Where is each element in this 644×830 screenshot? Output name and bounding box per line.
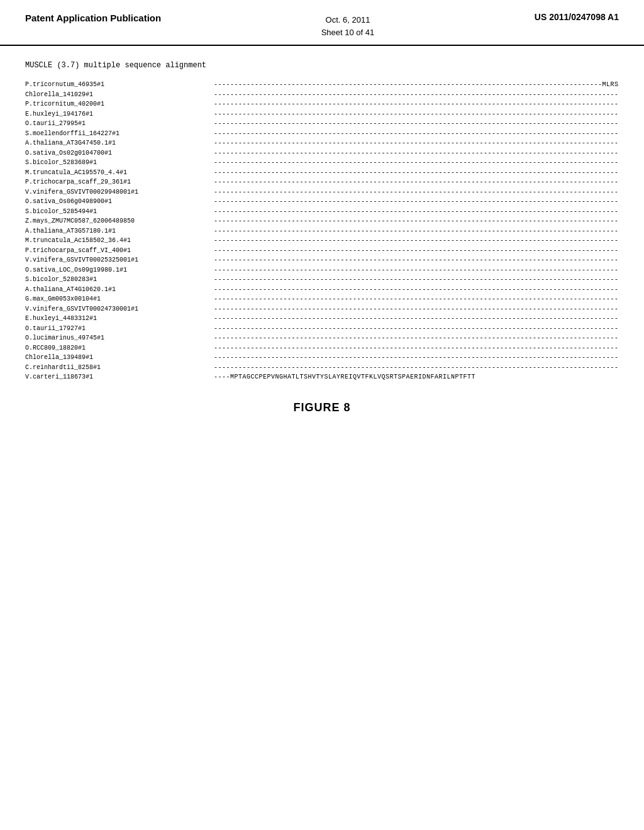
seq-name-row: P.tricornutum_46935#1 bbox=[25, 80, 208, 90]
figure-label: FIGURE 8 bbox=[25, 401, 619, 414]
seq-data-row: ----------------------------------------… bbox=[214, 99, 619, 109]
seq-data-row: ----------------------------------------… bbox=[214, 343, 619, 353]
seq-data-row: ----------------------------------------… bbox=[214, 333, 619, 343]
seq-name-row: V.vinifera_GSVIVT00025325001#1 bbox=[25, 255, 208, 265]
seq-data-row: ----------------------------------------… bbox=[214, 304, 619, 314]
seq-name-row: A.thaliana_AT3G47450.1#1 bbox=[25, 138, 208, 148]
seq-name-row: Chlorella_139489#1 bbox=[25, 353, 208, 363]
seq-data-row: ----------------------------------------… bbox=[214, 285, 619, 295]
seq-data-row: ----------------------------------------… bbox=[214, 275, 619, 285]
main-content: MUSCLE (3.7) multiple sequence alignment… bbox=[0, 46, 644, 427]
seq-name-row: Z.mays_ZMU7MC0587_62006489850 bbox=[25, 216, 208, 226]
seq-name-row: M.truncatula_AC195570_4.4#1 bbox=[25, 168, 208, 178]
seq-data-row: ----------------------------------------… bbox=[214, 324, 619, 334]
seq-data-row: ----------------------------------------… bbox=[214, 216, 619, 226]
sequence-data: ----------------------------------------… bbox=[214, 80, 619, 382]
seq-data-row: ----------------------------------------… bbox=[214, 294, 619, 304]
seq-data-row: ----------------------------------------… bbox=[214, 90, 619, 100]
seq-name-row: E.huxleyi_194176#1 bbox=[25, 109, 208, 119]
seq-name-row: A.thaliana_AT3G57180.1#1 bbox=[25, 226, 208, 236]
seq-data-row: ----------------------------------------… bbox=[214, 177, 619, 187]
seq-name-row: E.huxleyi_4483312#1 bbox=[25, 314, 208, 324]
seq-name-row: S.bicolor_5285494#1 bbox=[25, 207, 208, 217]
seq-data-row: ----------------------------------------… bbox=[214, 187, 619, 197]
seq-name-row: M.truncatula_Ac158502_36.4#1 bbox=[25, 236, 208, 246]
seq-name-row: G.max_Gm0053x00104#1 bbox=[25, 294, 208, 304]
patent-number: US 2011/0247098 A1 bbox=[535, 12, 619, 22]
seq-data-row: ----MPTAGCCPEPVNGHATLTSHVTYSLAYREIQVTFKL… bbox=[214, 372, 619, 382]
seq-name-row: S.moellendorffii_164227#1 bbox=[25, 129, 208, 139]
publication-date: Oct. 6, 2011 bbox=[321, 14, 375, 26]
seq-name-row: V.vinifera_GSVIVT00024730001#1 bbox=[25, 304, 208, 314]
seq-data-row: ----------------------------------------… bbox=[214, 246, 619, 256]
seq-name-row: S.bicolor_5283689#1 bbox=[25, 158, 208, 168]
seq-data-row: ----------------------------------------… bbox=[214, 226, 619, 236]
sequence-names: P.tricornutum_46935#1Chlorella_141029#1P… bbox=[25, 80, 214, 382]
seq-data-row: ----------------------------------------… bbox=[214, 168, 619, 178]
seq-name-row: V.vinifera_GSVIVT00029948001#1 bbox=[25, 187, 208, 197]
seq-data-row: ----------------------------------------… bbox=[214, 236, 619, 246]
seq-name-row: O.taurii_27995#1 bbox=[25, 119, 208, 129]
header-left: Patent Application Publication bbox=[25, 11, 161, 25]
alignment-container: P.tricornutum_46935#1Chlorella_141029#1P… bbox=[25, 80, 619, 382]
seq-data-row: ----------------------------------------… bbox=[214, 265, 619, 275]
seq-data-row: ----------------------------------------… bbox=[214, 109, 619, 119]
header-right: US 2011/0247098 A1 bbox=[535, 11, 619, 24]
seq-data-row: ----------------------------------------… bbox=[214, 363, 619, 373]
page-header: Patent Application Publication Oct. 6, 2… bbox=[0, 0, 644, 46]
seq-name-row: O.RCC809_18820#1 bbox=[25, 343, 208, 353]
seq-data-row: ----------------------------------------… bbox=[214, 197, 619, 207]
muscle-header: MUSCLE (3.7) multiple sequence alignment bbox=[25, 61, 619, 70]
sheet-number: Sheet 10 of 41 bbox=[321, 26, 375, 39]
seq-data-row: ----------------------------------------… bbox=[214, 353, 619, 363]
seq-name-row: C.reinhardtii_8258#1 bbox=[25, 363, 208, 373]
seq-name-row: P.trichocarpa_scaff_29_361#1 bbox=[25, 177, 208, 187]
seq-name-row: S.bicolor_5280283#1 bbox=[25, 275, 208, 285]
seq-name-row: O.taurii_17927#1 bbox=[25, 324, 208, 334]
seq-name-row: V.carteri_118673#1 bbox=[25, 372, 208, 382]
seq-name-row: O.sativa_Os06g0498900#1 bbox=[25, 197, 208, 207]
seq-name-row: P.tricornitum_40200#1 bbox=[25, 99, 208, 109]
seq-data-row: ----------------------------------------… bbox=[214, 314, 619, 324]
seq-data-row: ----------------------------------------… bbox=[214, 129, 619, 139]
seq-name-row: Chlorella_141029#1 bbox=[25, 90, 208, 100]
seq-data-row: ----------------------------------------… bbox=[214, 80, 619, 90]
publication-title: Patent Application Publication bbox=[25, 13, 161, 23]
seq-name-row: O.lucimarinus_49745#1 bbox=[25, 333, 208, 343]
seq-data-row: ----------------------------------------… bbox=[214, 207, 619, 217]
seq-name-row: A.thaliana_AT4G10620.1#1 bbox=[25, 285, 208, 295]
seq-name-row: O.sativa_LOC_Os09g19980.1#1 bbox=[25, 265, 208, 275]
seq-data-row: ----------------------------------------… bbox=[214, 138, 619, 148]
seq-name-row: O.sativa_Os02g0104700#1 bbox=[25, 148, 208, 158]
header-center: Oct. 6, 2011 Sheet 10 of 41 bbox=[321, 11, 375, 38]
seq-data-row: ----------------------------------------… bbox=[214, 119, 619, 129]
seq-name-row: P.trichocarpa_scaff_VI_400#1 bbox=[25, 246, 208, 256]
seq-data-row: ----------------------------------------… bbox=[214, 148, 619, 158]
seq-data-row: ----------------------------------------… bbox=[214, 158, 619, 168]
seq-data-row: ----------------------------------------… bbox=[214, 255, 619, 265]
